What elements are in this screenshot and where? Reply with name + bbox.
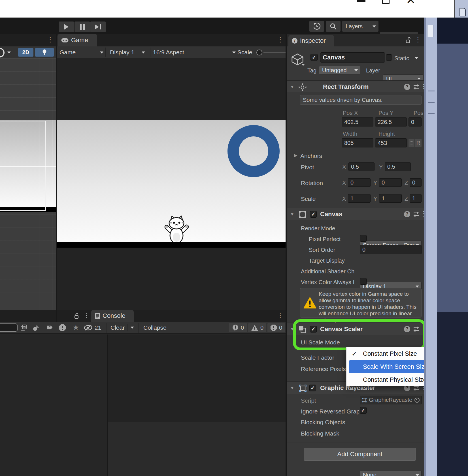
add-component-button[interactable]: Add Component — [304, 448, 416, 461]
scene-2d-toggle[interactable]: 2D — [18, 48, 33, 57]
inspector-menu-icon[interactable]: ⋮ — [415, 37, 421, 43]
layers-dropdown[interactable]: Layers — [342, 21, 378, 32]
help-icon[interactable]: ? — [404, 84, 410, 90]
height-field[interactable]: 453 — [375, 138, 407, 147]
game-view[interactable] — [57, 58, 286, 310]
menu-item-constant-pixel-size[interactable]: ✓ Constant Pixel Size — [346, 347, 424, 360]
blueprint-mode-button[interactable] — [409, 139, 414, 147]
warning-count-badge[interactable]: 0 — [248, 323, 266, 332]
pos-y-field[interactable]: 226.5 — [375, 117, 407, 126]
step-button[interactable] — [90, 22, 106, 32]
rotation-z-field[interactable]: 0 — [410, 178, 422, 187]
search-button[interactable] — [326, 21, 341, 32]
tag-filter-button[interactable] — [43, 323, 55, 332]
console-log-list[interactable] — [108, 335, 286, 476]
foldout-arrow-icon[interactable]: ▼ — [290, 84, 294, 89]
tool-handle-icon[interactable] — [0, 48, 5, 57]
static-caret-icon[interactable] — [415, 57, 418, 59]
pos-x-field[interactable]: 402.5 — [342, 117, 373, 126]
test-runner-button[interactable] — [31, 323, 42, 332]
game-display-dropdown[interactable]: Display 1 — [110, 46, 145, 58]
play-button[interactable] — [59, 22, 74, 32]
game-aspect-dropdown[interactable]: 16:9 Aspect — [153, 46, 236, 58]
canvas-scaler-header[interactable]: ▼ ✓ Canvas Scaler ? ⋮ — [287, 323, 424, 335]
unlock-icon[interactable] — [406, 37, 411, 43]
panel-menu-icon[interactable]: ⋮ — [83, 312, 90, 318]
presets-icon[interactable] — [413, 84, 419, 90]
pivot-y-field[interactable]: 0.5 — [385, 162, 411, 171]
tab-console[interactable]: Console — [91, 310, 134, 322]
canvas-enabled-checkbox[interactable]: ✓ — [310, 211, 317, 218]
rect-transform-header[interactable]: ▼ Rect Transform ? ⋮ — [287, 80, 424, 93]
script-object-field[interactable]: GraphicRaycaster — [360, 396, 422, 404]
window-close-icon[interactable]: ✕ — [405, 0, 416, 6]
gameobject-name-field[interactable]: Canvas — [320, 52, 385, 63]
tag-dropdown[interactable]: Untagged — [319, 66, 360, 74]
component-menu-icon[interactable]: ⋮ — [420, 211, 424, 217]
rotation-y-field[interactable]: 0 — [379, 178, 402, 187]
error-count-badge[interactable]: 0 — [267, 323, 285, 332]
tab-game[interactable]: Game — [58, 34, 97, 46]
panel-divider[interactable] — [107, 335, 108, 476]
favorites-button[interactable]: ★ — [70, 323, 82, 332]
scene-lighting-toggle[interactable] — [35, 48, 54, 57]
collapse-button[interactable]: Collapse — [141, 322, 169, 333]
unlock-icon[interactable] — [74, 313, 79, 319]
gameobject-caret-icon[interactable] — [301, 64, 305, 66]
foldout-arrow-icon[interactable]: ▼ — [290, 212, 294, 216]
maximize-on-play-button[interactable] — [19, 323, 29, 332]
slider-knob[interactable] — [256, 50, 262, 55]
vertex-color-checkbox[interactable] — [360, 278, 367, 285]
pos-z-field[interactable]: 0 — [409, 117, 422, 126]
muted-messages-toggle[interactable]: 21 — [83, 323, 105, 332]
help-icon[interactable]: ? — [404, 211, 410, 217]
scene-panel-menu-icon[interactable]: ⋮ — [47, 37, 54, 43]
graphic-raycaster-enabled-checkbox[interactable]: ✓ — [309, 385, 316, 391]
component-menu-icon[interactable]: ⋮ — [420, 83, 424, 89]
scene-toolbar: 2D — [0, 46, 56, 58]
tab-inspector[interactable]: i Inspector — [288, 35, 334, 46]
error-pause-button[interactable] — [56, 323, 69, 332]
scale-z-field[interactable]: 1 — [410, 194, 422, 203]
component-menu-icon[interactable]: ⋮ — [420, 325, 424, 332]
anchors-foldout-icon[interactable]: ▶ — [294, 153, 297, 158]
game-panel-menu-icon[interactable]: ⋮ — [277, 37, 284, 43]
blocking-objects-dropdown[interactable]: None — [360, 471, 422, 476]
window-maximize-icon[interactable] — [382, 0, 390, 4]
game-view-menu-dropdown[interactable]: Game — [59, 46, 103, 58]
pivot-x-field[interactable]: 0.5 — [348, 162, 375, 171]
raw-edit-mode-button[interactable]: R — [415, 139, 422, 147]
layers-label: Layers — [346, 23, 363, 30]
undo-history-button[interactable] — [309, 21, 324, 32]
pixel-perfect-checkbox[interactable] — [360, 235, 367, 242]
help-icon[interactable]: ? — [404, 326, 410, 332]
presets-icon[interactable] — [413, 326, 419, 332]
console-menu-icon[interactable]: ⋮ — [277, 312, 284, 318]
tool-handle-caret-icon[interactable] — [7, 52, 11, 53]
clear-button[interactable]: Clear — [108, 322, 136, 333]
gameobject-active-checkbox[interactable]: ✓ — [310, 54, 318, 61]
pause-button[interactable] — [75, 22, 90, 32]
menu-item-constant-physical-size[interactable]: Constant Physical Size — [346, 373, 424, 386]
window-minimize-icon[interactable] — [357, 0, 365, 2]
sort-order-field[interactable]: 0 — [360, 245, 422, 254]
canvas-scaler-enabled-checkbox[interactable]: ✓ — [310, 326, 317, 333]
ignore-reversed-checkbox[interactable]: ✓ — [360, 407, 367, 414]
presets-icon[interactable] — [413, 211, 419, 217]
scale-y-field[interactable]: 1 — [379, 194, 402, 203]
foldout-arrow-icon[interactable]: ▼ — [290, 327, 294, 331]
console-detail-pane[interactable] — [108, 422, 286, 476]
panel-divider[interactable] — [56, 34, 57, 322]
search-field-stub[interactable] — [0, 323, 18, 332]
rotation-x-field[interactable]: 0 — [348, 178, 371, 187]
width-field[interactable]: 805 — [342, 138, 373, 147]
object-picker-icon[interactable] — [414, 398, 420, 403]
canvas-component-header[interactable]: ▼ ✓ Canvas ? ⋮ — [287, 208, 424, 220]
project-pane[interactable] — [0, 335, 107, 476]
scale-x-field[interactable]: 1 — [348, 194, 371, 203]
foldout-arrow-icon[interactable]: ▼ — [290, 385, 294, 390]
scene-view[interactable] — [0, 58, 56, 310]
static-checkbox[interactable] — [386, 54, 392, 61]
info-count-badge[interactable]: 0 — [229, 323, 247, 332]
menu-item-scale-with-screen-size[interactable]: Scale With Screen Size — [346, 360, 424, 373]
